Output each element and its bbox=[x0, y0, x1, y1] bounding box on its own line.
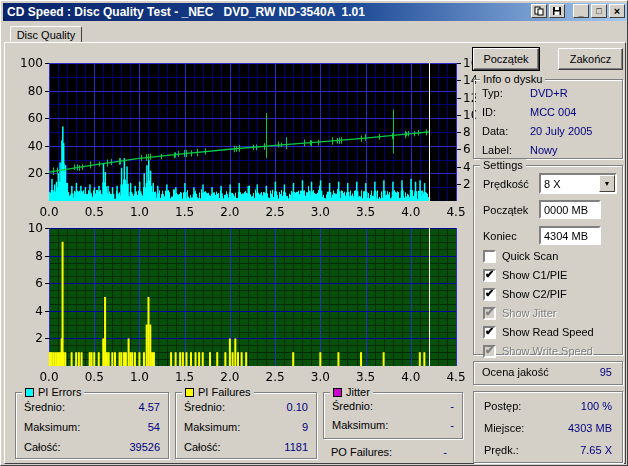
checkbox-show-jitter: ✔ Show Jitter bbox=[483, 306, 556, 320]
disc-label-label: Label: bbox=[482, 144, 512, 156]
quality-score-value: 95 bbox=[600, 366, 612, 378]
speed-label: Prędkość bbox=[483, 178, 529, 190]
po-failures-value: - bbox=[443, 446, 447, 458]
copy-icon[interactable] bbox=[531, 4, 547, 18]
max-value: 9 bbox=[302, 421, 308, 433]
progress-label: Postęp: bbox=[484, 400, 521, 412]
pi-failures-title: PI Failures bbox=[198, 386, 251, 398]
checkbox-show-c1-pie[interactable]: ✔ Show C1/PIE bbox=[483, 268, 567, 282]
status-box: Postęp:100 % Miejsce:4303 MB Prędk.:7.65… bbox=[473, 391, 623, 463]
max-label: Maksimum: bbox=[24, 421, 80, 433]
max-value: - bbox=[450, 419, 454, 431]
stop-button[interactable]: Zakończ bbox=[558, 48, 623, 70]
avg-label: Średnio: bbox=[24, 401, 65, 413]
checkbox-quick-scan[interactable]: ✔ Quick Scan bbox=[483, 249, 558, 263]
speed-select[interactable]: 8 X ▼ bbox=[539, 173, 617, 194]
chevron-down-icon[interactable]: ▼ bbox=[599, 175, 615, 192]
pi-failures-swatch bbox=[185, 388, 194, 397]
checkbox-box: ✔ bbox=[483, 250, 496, 263]
minimize-icon[interactable]: _ bbox=[573, 4, 589, 18]
start-position-label: Początek bbox=[483, 204, 528, 216]
app-window: CD Speed : Disc Quality Test - _NEC DVD_… bbox=[0, 0, 628, 466]
max-label: Maksimum: bbox=[184, 421, 240, 433]
pi-errors-chart bbox=[21, 56, 476, 219]
jitter-legend: Jitter Średnio:- Maksimum:- bbox=[323, 392, 463, 439]
speed-status-label: Prędk.: bbox=[484, 444, 519, 456]
disc-info-group: Info o dysku Typ:DVD+R ID:MCC 004 Data:2… bbox=[473, 79, 623, 159]
pi-failures-legend: PI Failures Średnio:0.10 Maksimum:9 Cało… bbox=[175, 392, 317, 459]
checkbox-show-c2-pif[interactable]: ✔ Show C2/PIF bbox=[483, 287, 567, 301]
checkbox-box: ✔ bbox=[483, 326, 496, 339]
start-button[interactable]: Początek bbox=[473, 48, 539, 70]
settings-title: Settings bbox=[483, 159, 523, 171]
max-label: Maksimum: bbox=[332, 419, 388, 431]
tab-disc-quality[interactable]: Disc Quality bbox=[10, 26, 82, 43]
avg-value: - bbox=[450, 400, 454, 412]
jitter-title: Jitter bbox=[346, 386, 370, 398]
disc-id-label: ID: bbox=[482, 106, 496, 118]
maximize-icon[interactable]: □ bbox=[591, 4, 607, 18]
disc-info-title: Info o dysku bbox=[483, 73, 542, 85]
total-label: Całość: bbox=[24, 441, 61, 453]
disc-id-value: MCC 004 bbox=[530, 106, 576, 118]
speed-value: 8 X bbox=[541, 175, 599, 192]
quality-score-label: Ocena jakość bbox=[482, 366, 549, 378]
max-value: 54 bbox=[148, 421, 160, 433]
jitter-swatch bbox=[333, 388, 342, 397]
disc-date-value: 20 July 2005 bbox=[530, 125, 592, 137]
checkbox-box: ✔ bbox=[483, 307, 496, 320]
avg-label: Średnio: bbox=[332, 400, 373, 412]
avg-value: 0.10 bbox=[287, 401, 308, 413]
disc-type-value: DVD+R bbox=[530, 87, 568, 99]
window-title: CD Speed : Disc Quality Test - _NEC DVD_… bbox=[7, 5, 365, 19]
total-value: 39526 bbox=[129, 441, 160, 453]
start-position-input[interactable] bbox=[539, 200, 601, 219]
total-label: Całość: bbox=[184, 441, 221, 453]
disc-type-label: Typ: bbox=[482, 87, 503, 99]
avg-value: 4.57 bbox=[139, 401, 160, 413]
end-position-input[interactable] bbox=[539, 226, 601, 245]
save-icon[interactable] bbox=[549, 4, 565, 18]
checkbox-box: ✔ bbox=[483, 345, 496, 358]
checkbox-show-read-speed[interactable]: ✔ Show Read Speed bbox=[483, 325, 594, 339]
checkbox-show-write-speed: ✔ Show Write Speed bbox=[483, 344, 593, 358]
quality-score-box: Ocena jakość 95 bbox=[473, 361, 623, 385]
pi-errors-title: PI Errors bbox=[38, 386, 81, 398]
position-value: 4303 MB bbox=[568, 422, 612, 434]
po-failures-row: PO Failures: - bbox=[331, 446, 455, 460]
position-label: Miejsce: bbox=[484, 422, 524, 434]
titlebar-buttons: _ □ × bbox=[529, 4, 625, 18]
po-failures-label: PO Failures: bbox=[331, 446, 392, 458]
avg-label: Średnio: bbox=[184, 401, 225, 413]
speed-status-value: 7.65 X bbox=[580, 444, 612, 456]
title-bar: CD Speed : Disc Quality Test - _NEC DVD_… bbox=[3, 3, 627, 21]
disc-date-label: Data: bbox=[482, 125, 508, 137]
disc-label-value: Nowy bbox=[530, 144, 558, 156]
end-position-label: Koniec bbox=[483, 230, 517, 242]
pi-failures-chart bbox=[21, 223, 476, 383]
close-icon[interactable]: × bbox=[609, 4, 625, 18]
checkbox-box: ✔ bbox=[483, 269, 496, 282]
pi-errors-legend: PI Errors Średnio:4.57 Maksimum:54 Całoś… bbox=[15, 392, 169, 459]
pi-errors-swatch bbox=[25, 388, 34, 397]
tab-label: Disc Quality bbox=[17, 29, 76, 41]
checkbox-box: ✔ bbox=[483, 288, 496, 301]
progress-value: 100 % bbox=[581, 400, 612, 412]
total-value: 1181 bbox=[284, 441, 308, 453]
